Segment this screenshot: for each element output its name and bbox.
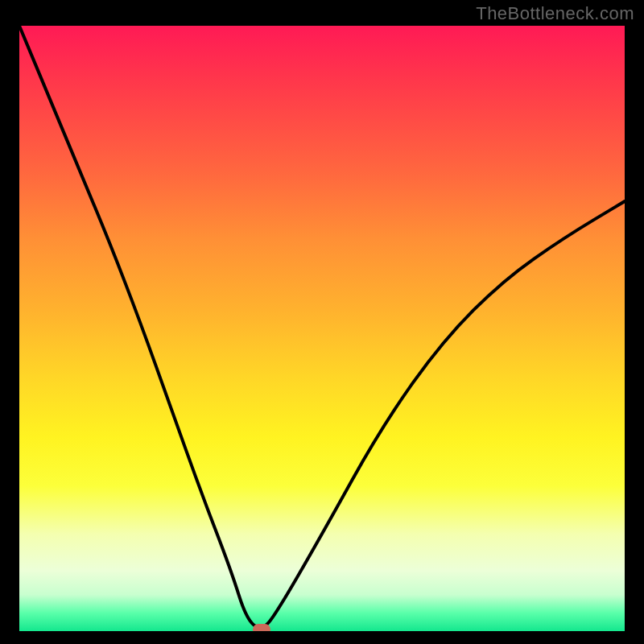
curve-svg	[19, 26, 625, 631]
plot-area	[19, 26, 625, 631]
bottleneck-curve	[19, 26, 625, 627]
chart-frame: TheBottleneck.com	[0, 0, 644, 644]
watermark-text: TheBottleneck.com	[476, 3, 634, 24]
optimal-point-marker	[253, 624, 270, 631]
